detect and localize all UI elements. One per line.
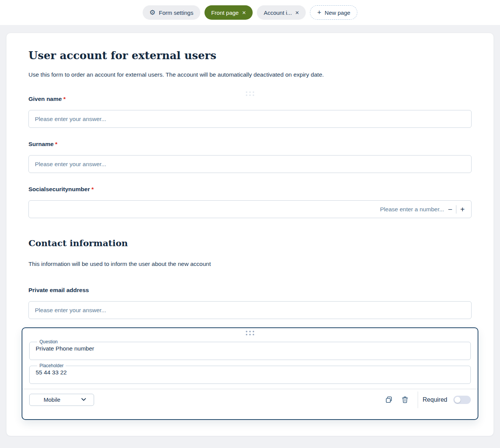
ssn-label: Socialsecuritynumber* <box>28 186 472 193</box>
surname-label-text: Surname <box>28 141 53 147</box>
ssn-label-text: Socialsecuritynumber <box>28 186 90 192</box>
editor-footer: Mobile <box>22 389 478 410</box>
trash-icon <box>401 396 409 404</box>
drag-handle-icon[interactable] <box>246 331 254 335</box>
question-type-select[interactable]: Mobile <box>29 394 94 406</box>
given-name-input[interactable] <box>28 110 472 128</box>
gear-icon: ⚙ <box>149 9 156 16</box>
private-email-input[interactable] <box>28 301 472 319</box>
chevron-down-icon <box>81 398 86 401</box>
new-page-button[interactable]: + New page <box>310 5 357 20</box>
page-tabs-bar: ⚙ Form settings Front page × Account i..… <box>0 0 500 25</box>
question-fieldset: Question <box>29 339 471 360</box>
required-toggle[interactable] <box>453 396 471 404</box>
form-canvas: User account for external users Use this… <box>6 33 494 436</box>
editor-actions: Required <box>384 389 471 410</box>
placeholder-fieldset: Placeholder <box>29 363 471 384</box>
required-asterisk: * <box>91 186 94 192</box>
drag-handle-icon[interactable] <box>246 91 254 96</box>
tab-account-info-label: Account i... <box>264 9 292 16</box>
private-email-label: Private email address <box>28 287 472 294</box>
close-icon[interactable]: × <box>295 9 299 16</box>
surname-input[interactable] <box>28 155 472 173</box>
close-icon[interactable]: × <box>242 9 246 16</box>
question-editor-block[interactable]: Question Placeholder Mobile <box>22 327 478 420</box>
question-legend: Question <box>37 339 60 344</box>
required-asterisk: * <box>63 96 66 102</box>
stepper-divider <box>456 205 456 214</box>
question-text-input[interactable] <box>35 344 465 356</box>
increment-button[interactable]: + <box>460 206 465 213</box>
required-label: Required <box>423 396 447 403</box>
form-description: Use this form to order an account for ex… <box>28 71 472 78</box>
required-asterisk: * <box>55 141 57 147</box>
copy-icon <box>385 396 393 404</box>
form-title: User account for external users <box>28 33 472 62</box>
toggle-knob <box>454 397 461 403</box>
placeholder-text-input[interactable] <box>35 368 465 380</box>
plus-icon: + <box>317 9 321 16</box>
question-type-value: Mobile <box>44 396 81 403</box>
tab-front-page[interactable]: Front page × <box>204 5 253 20</box>
footer-divider <box>418 391 418 408</box>
section-description: This information will be used to inform … <box>28 261 472 267</box>
placeholder-legend: Placeholder <box>37 363 66 368</box>
tab-account-info[interactable]: Account i... × <box>257 5 306 20</box>
duplicate-question-button[interactable] <box>384 395 393 404</box>
form-settings-button[interactable]: ⚙ Form settings <box>143 5 200 20</box>
ssn-placeholder: Please enter a number... <box>380 206 444 213</box>
surname-label: Surname* <box>28 141 472 148</box>
delete-question-button[interactable] <box>400 395 409 404</box>
section-heading: Contact information <box>28 238 472 248</box>
form-settings-label: Form settings <box>159 9 193 16</box>
decrement-button[interactable]: − <box>448 206 453 213</box>
ssn-number-input[interactable]: Please enter a number... − + <box>28 200 472 218</box>
given-name-label-text: Given name <box>28 96 62 102</box>
tab-front-page-label: Front page <box>211 9 239 16</box>
new-page-label: New page <box>325 9 351 16</box>
given-name-label: Given name* <box>28 96 472 102</box>
